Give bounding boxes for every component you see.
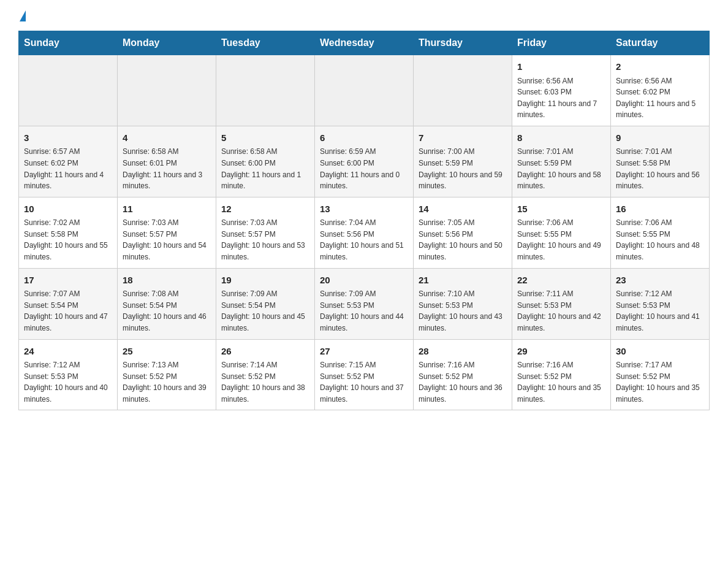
day-info: Sunrise: 6:56 AM Sunset: 6:02 PM Dayligh… xyxy=(616,75,704,121)
calendar-cell: 4Sunrise: 6:58 AM Sunset: 6:01 PM Daylig… xyxy=(118,126,216,197)
day-info: Sunrise: 7:03 AM Sunset: 5:57 PM Dayligh… xyxy=(221,217,309,262)
calendar-cell: 25Sunrise: 7:13 AM Sunset: 5:52 PM Dayli… xyxy=(118,339,216,410)
calendar-week-row: 1Sunrise: 6:56 AM Sunset: 6:03 PM Daylig… xyxy=(19,55,710,126)
day-number: 22 xyxy=(517,274,605,288)
day-info: Sunrise: 7:16 AM Sunset: 5:52 PM Dayligh… xyxy=(419,359,507,405)
day-info: Sunrise: 7:02 AM Sunset: 5:58 PM Dayligh… xyxy=(24,217,112,262)
day-info: Sunrise: 7:13 AM Sunset: 5:52 PM Dayligh… xyxy=(123,359,211,405)
day-info: Sunrise: 6:59 AM Sunset: 6:00 PM Dayligh… xyxy=(320,146,408,191)
calendar-cell: 13Sunrise: 7:04 AM Sunset: 5:56 PM Dayli… xyxy=(315,197,414,268)
calendar-cell: 26Sunrise: 7:14 AM Sunset: 5:52 PM Dayli… xyxy=(216,339,315,410)
calendar-cell xyxy=(118,55,216,126)
calendar-cell: 22Sunrise: 7:11 AM Sunset: 5:53 PM Dayli… xyxy=(512,268,611,339)
day-info: Sunrise: 7:16 AM Sunset: 5:52 PM Dayligh… xyxy=(517,359,605,405)
day-number: 4 xyxy=(123,131,211,145)
day-number: 12 xyxy=(221,202,309,216)
day-info: Sunrise: 7:01 AM Sunset: 5:58 PM Dayligh… xyxy=(616,146,704,191)
calendar-table: SundayMondayTuesdayWednesdayThursdayFrid… xyxy=(18,31,710,410)
calendar-cell: 27Sunrise: 7:15 AM Sunset: 5:52 PM Dayli… xyxy=(315,339,414,410)
calendar-cell: 7Sunrise: 7:00 AM Sunset: 5:59 PM Daylig… xyxy=(414,126,512,197)
day-info: Sunrise: 7:10 AM Sunset: 5:53 PM Dayligh… xyxy=(419,288,507,334)
calendar-cell xyxy=(216,55,315,126)
calendar-cell: 3Sunrise: 6:57 AM Sunset: 6:02 PM Daylig… xyxy=(19,126,118,197)
day-info: Sunrise: 6:58 AM Sunset: 6:01 PM Dayligh… xyxy=(123,146,211,191)
day-number: 24 xyxy=(24,345,112,359)
day-number: 3 xyxy=(24,131,112,145)
day-info: Sunrise: 7:07 AM Sunset: 5:54 PM Dayligh… xyxy=(24,288,112,334)
calendar-cell: 6Sunrise: 6:59 AM Sunset: 6:00 PM Daylig… xyxy=(315,126,414,197)
header-saturday: Saturday xyxy=(611,31,710,55)
header xyxy=(18,12,710,18)
day-info: Sunrise: 7:05 AM Sunset: 5:56 PM Dayligh… xyxy=(419,217,507,262)
calendar-cell: 2Sunrise: 6:56 AM Sunset: 6:02 PM Daylig… xyxy=(611,55,710,126)
day-number: 28 xyxy=(419,345,507,359)
day-info: Sunrise: 6:56 AM Sunset: 6:03 PM Dayligh… xyxy=(517,75,605,121)
calendar-header-row: SundayMondayTuesdayWednesdayThursdayFrid… xyxy=(19,31,710,55)
day-number: 21 xyxy=(419,274,507,288)
day-number: 16 xyxy=(616,202,704,216)
calendar-cell: 9Sunrise: 7:01 AM Sunset: 5:58 PM Daylig… xyxy=(611,126,710,197)
day-info: Sunrise: 7:12 AM Sunset: 5:53 PM Dayligh… xyxy=(616,288,704,334)
day-number: 14 xyxy=(419,202,507,216)
calendar-cell: 15Sunrise: 7:06 AM Sunset: 5:55 PM Dayli… xyxy=(512,197,611,268)
day-number: 29 xyxy=(517,345,605,359)
calendar-week-row: 17Sunrise: 7:07 AM Sunset: 5:54 PM Dayli… xyxy=(19,268,710,339)
calendar-cell: 8Sunrise: 7:01 AM Sunset: 5:59 PM Daylig… xyxy=(512,126,611,197)
day-number: 9 xyxy=(616,131,704,145)
day-number: 17 xyxy=(24,274,112,288)
calendar-cell: 11Sunrise: 7:03 AM Sunset: 5:57 PM Dayli… xyxy=(118,197,216,268)
calendar-cell: 24Sunrise: 7:12 AM Sunset: 5:53 PM Dayli… xyxy=(19,339,118,410)
day-number: 8 xyxy=(517,131,605,145)
day-number: 10 xyxy=(24,202,112,216)
calendar-cell xyxy=(414,55,512,126)
day-info: Sunrise: 7:06 AM Sunset: 5:55 PM Dayligh… xyxy=(616,217,704,262)
calendar-cell: 19Sunrise: 7:09 AM Sunset: 5:54 PM Dayli… xyxy=(216,268,315,339)
day-info: Sunrise: 7:14 AM Sunset: 5:52 PM Dayligh… xyxy=(221,359,309,405)
header-sunday: Sunday xyxy=(19,31,118,55)
calendar-cell: 16Sunrise: 7:06 AM Sunset: 5:55 PM Dayli… xyxy=(611,197,710,268)
day-number: 7 xyxy=(419,131,507,145)
header-wednesday: Wednesday xyxy=(315,31,414,55)
calendar-cell: 18Sunrise: 7:08 AM Sunset: 5:54 PM Dayli… xyxy=(118,268,216,339)
logo xyxy=(18,12,37,18)
day-info: Sunrise: 7:06 AM Sunset: 5:55 PM Dayligh… xyxy=(517,217,605,262)
day-number: 5 xyxy=(221,131,309,145)
calendar-cell: 28Sunrise: 7:16 AM Sunset: 5:52 PM Dayli… xyxy=(414,339,512,410)
logo-triangle-icon xyxy=(20,10,26,21)
calendar-week-row: 3Sunrise: 6:57 AM Sunset: 6:02 PM Daylig… xyxy=(19,126,710,197)
day-number: 2 xyxy=(616,60,704,74)
day-number: 13 xyxy=(320,202,408,216)
day-info: Sunrise: 7:08 AM Sunset: 5:54 PM Dayligh… xyxy=(123,288,211,334)
day-number: 15 xyxy=(517,202,605,216)
day-number: 26 xyxy=(221,345,309,359)
day-number: 27 xyxy=(320,345,408,359)
day-number: 6 xyxy=(320,131,408,145)
calendar-cell: 17Sunrise: 7:07 AM Sunset: 5:54 PM Dayli… xyxy=(19,268,118,339)
day-number: 11 xyxy=(123,202,211,216)
day-info: Sunrise: 6:57 AM Sunset: 6:02 PM Dayligh… xyxy=(24,146,112,191)
day-number: 18 xyxy=(123,274,211,288)
day-info: Sunrise: 6:58 AM Sunset: 6:00 PM Dayligh… xyxy=(221,146,309,191)
calendar-cell: 29Sunrise: 7:16 AM Sunset: 5:52 PM Dayli… xyxy=(512,339,611,410)
day-number: 19 xyxy=(221,274,309,288)
day-number: 25 xyxy=(123,345,211,359)
header-monday: Monday xyxy=(118,31,216,55)
calendar-cell: 1Sunrise: 6:56 AM Sunset: 6:03 PM Daylig… xyxy=(512,55,611,126)
day-info: Sunrise: 7:03 AM Sunset: 5:57 PM Dayligh… xyxy=(123,217,211,262)
header-tuesday: Tuesday xyxy=(216,31,315,55)
day-number: 1 xyxy=(517,60,605,74)
day-number: 30 xyxy=(616,345,704,359)
day-number: 23 xyxy=(616,274,704,288)
day-info: Sunrise: 7:11 AM Sunset: 5:53 PM Dayligh… xyxy=(517,288,605,334)
calendar-cell: 30Sunrise: 7:17 AM Sunset: 5:52 PM Dayli… xyxy=(611,339,710,410)
day-info: Sunrise: 7:09 AM Sunset: 5:53 PM Dayligh… xyxy=(320,288,408,334)
calendar-cell: 14Sunrise: 7:05 AM Sunset: 5:56 PM Dayli… xyxy=(414,197,512,268)
calendar-week-row: 10Sunrise: 7:02 AM Sunset: 5:58 PM Dayli… xyxy=(19,197,710,268)
header-friday: Friday xyxy=(512,31,611,55)
calendar-cell: 10Sunrise: 7:02 AM Sunset: 5:58 PM Dayli… xyxy=(19,197,118,268)
calendar-cell: 23Sunrise: 7:12 AM Sunset: 5:53 PM Dayli… xyxy=(611,268,710,339)
day-info: Sunrise: 7:01 AM Sunset: 5:59 PM Dayligh… xyxy=(517,146,605,191)
calendar-cell: 20Sunrise: 7:09 AM Sunset: 5:53 PM Dayli… xyxy=(315,268,414,339)
calendar-cell: 21Sunrise: 7:10 AM Sunset: 5:53 PM Dayli… xyxy=(414,268,512,339)
day-number: 20 xyxy=(320,274,408,288)
